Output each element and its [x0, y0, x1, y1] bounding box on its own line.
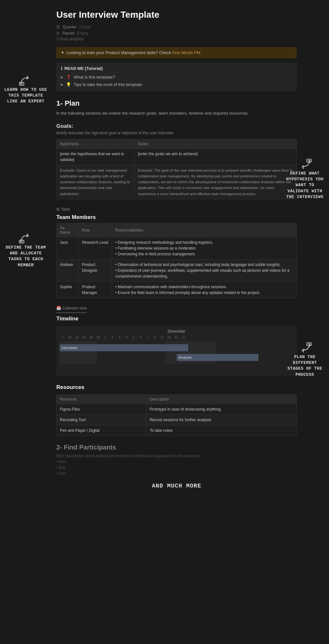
annotation-team: DEFINE THE TEAM AND ALLOCATE TASKS TO EA… [3, 232, 48, 268]
banner-text: Looking to train your Product Management… [66, 50, 202, 55]
annotation-learn: LEARN HOW TO USE THIS TEMPLATE LIKE AN E… [3, 74, 48, 105]
resources-table: Resource Description Figma Files Prototy… [56, 394, 297, 436]
resources-row-1: Figma Files Prototype in case of showcas… [57, 404, 297, 414]
page-title: User Interview Template [56, 10, 297, 20]
annotation-team-text: DEFINE THE TEAM AND ALLOCATE TASKS TO EA… [3, 245, 48, 268]
hypothesis-arrow-icon [297, 158, 313, 171]
resources-row-2: Recording Tool Record sessions for furth… [57, 414, 297, 425]
goals-hypothesis-2: Example: Users of our task management ap… [57, 165, 135, 199]
squad-icon: ⊙ [56, 31, 60, 35]
team-arrow-icon [18, 232, 34, 245]
readme-triangle-1: ▶ [61, 75, 63, 79]
timeline-month: December [60, 329, 294, 334]
team-role-jack: Research Lead [79, 237, 112, 259]
team-name-sophie[interactable]: Sophie [57, 281, 79, 298]
timeline-days: 1 26 27 28 29 30 1 2 3 4 5 6 7 8 9 10 11… [60, 336, 294, 339]
calendar-icon: 📅 [56, 306, 61, 310]
resource-name-1: Figma Files [57, 404, 146, 414]
more-property[interactable]: 1 more property [56, 37, 297, 41]
team-resp-andrew: • Observation of behavioral and psycholo… [112, 259, 297, 281]
team-resp-sophie: • Maintain communication with stakeholde… [112, 281, 297, 298]
property-squad[interactable]: ⊙ Squad Empty [56, 31, 297, 35]
timeline-bar-analysis: Analysis [177, 354, 258, 361]
svg-rect-0 [19, 82, 24, 86]
svg-rect-6 [19, 240, 24, 243]
learn-arrow-icon [18, 74, 34, 87]
team-view-label: ⊞ Table [56, 207, 297, 212]
goals-subtitle: Briefly articulate the high-level goal o… [56, 131, 297, 135]
announcement-banner: ✦ Looking to train your Product Manageme… [56, 47, 297, 58]
readme-section: ℹ READ ME [Tutorial] ▶ ❓ What is this te… [56, 63, 297, 91]
team-role-andrew: Product Designer [79, 259, 112, 281]
resource-desc-1: Prototype in case of showcasing anything [146, 404, 296, 414]
banner-link[interactable]: One Month PM. [172, 50, 202, 55]
team-row-andrew: Andrew Product Designer • Observation of… [57, 259, 297, 281]
annotation-hypothesis-text: DEFINE WHAT HYPOTHESIS YOU WANT TO VALID… [284, 171, 326, 200]
table-icon: ⊞ [56, 207, 60, 212]
resource-desc-3: To take notes [146, 425, 296, 436]
goals-value-2: Example: The goal of the user interview … [135, 165, 297, 199]
find-list-item-2: • Sub [56, 465, 297, 470]
quarter-label: Quarter [62, 24, 77, 29]
banner-icon: ✦ [61, 50, 64, 55]
resources-section: Resources Resource Description Figma Fil… [56, 384, 297, 436]
goals-title: Goals: [56, 123, 297, 129]
team-col-role: Role [79, 223, 112, 237]
team-section: ⊞ Table Team Members Aa Name Role Respon… [56, 207, 297, 298]
readme-item-1[interactable]: ▶ ❓ What is this template? [61, 73, 292, 81]
team-resp-jack: • Designing research methodology and han… [112, 237, 297, 259]
team-name-andrew[interactable]: Andrew [57, 259, 79, 281]
goals-row-2: Example: Users of our task management ap… [57, 165, 297, 199]
team-table: Aa Name Role Responsabilities Jack Resea… [56, 223, 297, 298]
timeline-bar-interviews: Interviews [60, 344, 188, 351]
property-quarter[interactable]: ☰ Quarter Empty [56, 24, 297, 29]
stages-arrow-icon [297, 341, 313, 354]
team-col-resp: Responsabilities [112, 223, 297, 237]
team-title: Team Members [56, 214, 297, 221]
readme-item-2[interactable]: ▶ 💡 Tips to take the most of this templa… [61, 81, 292, 88]
team-name-jack[interactable]: Jack [57, 237, 79, 259]
quarter-value: Empty [79, 24, 91, 29]
readme-emoji-2: 💡 [66, 82, 71, 87]
svg-rect-9 [307, 343, 311, 346]
team-col-name: Aa Name [57, 223, 79, 237]
team-row-jack: Jack Research Lead • Designing research … [57, 237, 297, 259]
annotation-hypothesis: DEFINE WHAT HYPOTHESIS YOU WANT TO VALID… [284, 158, 326, 200]
timeline-view-label: 📅 Calendar view [56, 306, 87, 313]
goals-col-hypothesis: Hypothesis [57, 139, 135, 148]
readme-info-icon: ℹ [61, 66, 62, 71]
plan-title: 1- Plan [56, 99, 297, 108]
svg-rect-3 [307, 159, 311, 162]
squad-value: Empty [77, 31, 89, 35]
resources-title: Resources [56, 384, 297, 391]
resources-row-3: Pen and Paper / Digital To take notes [57, 425, 297, 436]
goals-hypothesis-1[interactable]: [enter the hypotheses that we want to va… [57, 148, 135, 165]
goals-row-1: [enter the hypotheses that we want to va… [57, 148, 297, 165]
squad-label: Squad [62, 31, 74, 35]
find-list-item-1: • Item [56, 459, 297, 465]
timeline-chart: December 1 26 27 28 29 30 1 2 3 4 5 6 7 … [56, 326, 297, 376]
team-row-sophie: Sophie Product Manager • Maintain commun… [57, 281, 297, 298]
team-role-sophie: Product Manager [79, 281, 112, 298]
goals-col-goals: Goals [135, 139, 297, 148]
resource-name-2: Recording Tool [57, 414, 146, 425]
find-participants-section: 2- Find Participants Brief description a… [56, 444, 297, 476]
find-list-item-3: • Sub [56, 470, 297, 476]
properties-section: ☰ Quarter Empty ⊙ Squad Empty 1 more pro… [56, 24, 297, 41]
main-content: User Interview Template ☰ Quarter Empty … [56, 0, 297, 521]
timeline-section: 📅 Calendar view Timeline December 1 26 2… [56, 306, 297, 376]
find-participants-title: 2- Find Participants [56, 444, 297, 451]
timeline-title: Timeline [56, 316, 297, 322]
resource-name-3: Pen and Paper / Digital [57, 425, 146, 436]
resources-col-resource: Resource [57, 394, 146, 404]
goals-table: Hypothesis Goals [enter the hypotheses t… [56, 139, 297, 199]
quarter-icon: ☰ [56, 25, 60, 29]
readme-emoji-1: ❓ [66, 75, 71, 80]
resource-desc-2: Record sessions for further analysis [146, 414, 296, 425]
and-much-more-text: AND MUCH MORE [56, 483, 297, 489]
goals-value-1[interactable]: [enter the goals we aim to achieve] [135, 148, 297, 165]
plan-description: In the following sections we outline the… [56, 110, 297, 117]
annotation-learn-text: LEARN HOW TO USE THIS TEMPLATE LIKE AN E… [3, 87, 48, 105]
timeline-bars-container: Interviews Analysis [60, 341, 294, 373]
plan-section: 1- Plan In the following sections we out… [56, 99, 297, 117]
